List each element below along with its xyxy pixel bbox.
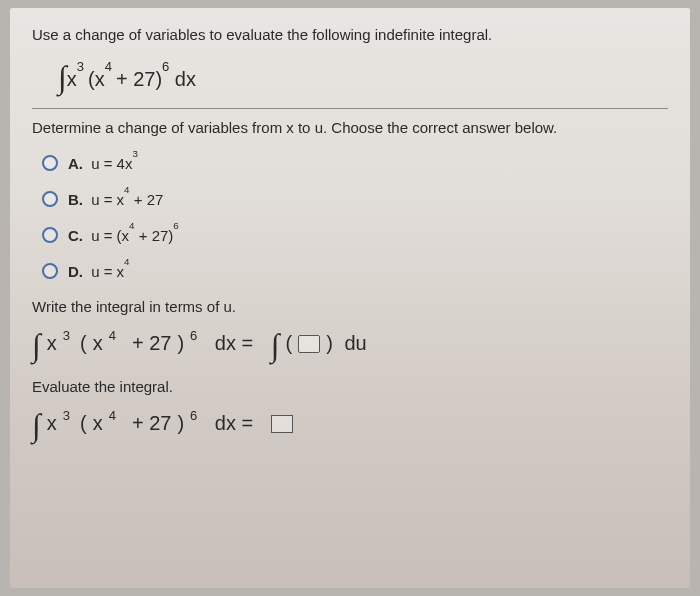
fill-box-result[interactable] xyxy=(271,415,293,433)
option-a[interactable]: A. u = 4x3 xyxy=(42,154,668,172)
integral-expression: ∫x3 (x4 + 27)6 dx xyxy=(32,51,668,104)
eq3-const: + 27 xyxy=(132,412,171,435)
eq3-inner-x: x xyxy=(93,412,103,435)
option-d[interactable]: D. u = x4 xyxy=(42,262,668,280)
option-d-lead: u = x xyxy=(91,263,124,280)
option-d-sup: 4 xyxy=(124,256,129,267)
equation-u-substitution: ∫x3 (x4 + 27)6 dx = ∫() du xyxy=(32,325,668,362)
radio-a[interactable] xyxy=(42,155,58,171)
eq2-xexp: 3 xyxy=(63,328,70,343)
fill-box-integrand[interactable] xyxy=(298,335,320,353)
plus-const: + 27 xyxy=(116,68,155,90)
eq2-outer-exp: 6 xyxy=(190,328,197,343)
radio-d[interactable] xyxy=(42,263,58,279)
option-c-paren-tail: + 27 xyxy=(135,227,169,244)
eq2-du: du xyxy=(344,332,366,355)
option-c-paren-sup: 4 xyxy=(129,220,134,231)
eq3-outer-exp: 6 xyxy=(190,408,197,423)
eq2-inner-exp: 4 xyxy=(109,328,116,343)
answer-options: A. u = 4x3 B. u = x4 + 27 C. u = (x4 + 2… xyxy=(32,154,668,280)
sub-prompt: Determine a change of variables from x t… xyxy=(32,119,668,136)
divider xyxy=(32,108,668,109)
integral-symbol-3: ∫ xyxy=(271,327,280,364)
radio-c[interactable] xyxy=(42,227,58,243)
outer-exp: 6 xyxy=(162,59,169,74)
option-b-tail: + 27 xyxy=(130,191,164,208)
radio-b[interactable] xyxy=(42,191,58,207)
eq3-xexp: 3 xyxy=(63,408,70,423)
eq2-xbase: x xyxy=(47,332,57,355)
option-c[interactable]: C. u = (x4 + 27)6 xyxy=(42,226,668,244)
option-c-text: C. u = (x4 + 27)6 xyxy=(68,226,179,244)
option-c-lead: u = xyxy=(91,227,116,244)
equation-evaluate: ∫x3 (x4 + 27)6 dx = xyxy=(32,405,668,442)
option-d-letter: D. xyxy=(68,263,83,280)
inner-x-exp: 4 xyxy=(105,59,112,74)
option-a-lead: u = 4x xyxy=(91,155,132,172)
option-b-text: B. u = x4 + 27 xyxy=(68,190,163,208)
dx: dx xyxy=(175,68,196,90)
option-b[interactable]: B. u = x4 + 27 xyxy=(42,190,668,208)
option-a-letter: A. xyxy=(68,155,83,172)
section-evaluate: Evaluate the integral. xyxy=(32,378,668,395)
eq2-inner-x: x xyxy=(93,332,103,355)
option-b-lead: u = x xyxy=(91,191,124,208)
option-d-text: D. u = x4 xyxy=(68,262,130,280)
option-a-sup: 3 xyxy=(132,148,137,159)
option-c-outer-sup: 6 xyxy=(173,220,178,231)
x-base: x xyxy=(67,68,77,90)
eq3-xbase: x xyxy=(47,412,57,435)
section-write-integral: Write the integral in terms of u. xyxy=(32,298,668,315)
eq3-equals: dx = xyxy=(215,412,253,435)
eq3-inner-exp: 4 xyxy=(109,408,116,423)
option-b-sup: 4 xyxy=(124,184,129,195)
eq2-equals: dx = xyxy=(215,332,253,355)
integral-symbol-2: ∫ xyxy=(32,327,41,364)
inner-x: x xyxy=(95,68,105,90)
eq2-const: + 27 xyxy=(132,332,171,355)
option-c-letter: C. xyxy=(68,227,83,244)
option-b-letter: B. xyxy=(68,191,83,208)
option-a-text: A. u = 4x3 xyxy=(68,154,138,172)
x-exp: 3 xyxy=(77,59,84,74)
question-prompt: Use a change of variables to evaluate th… xyxy=(32,26,668,43)
integral-symbol-4: ∫ xyxy=(32,407,41,444)
option-c-paren-base: x xyxy=(122,227,130,244)
integral-symbol: ∫ xyxy=(58,59,67,95)
question-page: Use a change of variables to evaluate th… xyxy=(10,8,690,588)
